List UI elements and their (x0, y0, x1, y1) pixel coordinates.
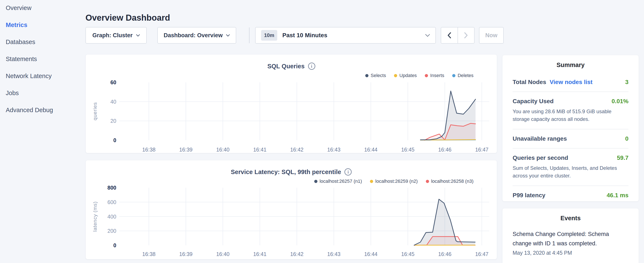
x-tick-label: 16:43 (327, 147, 340, 153)
sidebar-item[interactable]: Statements (6, 55, 53, 63)
page-title: Overview Dashboard (86, 12, 170, 24)
y-tick-label: 200 (107, 228, 116, 234)
x-tick-label: 16:45 (401, 147, 414, 153)
now-button[interactable]: Now (479, 27, 504, 44)
x-tick-label: 16:44 (364, 147, 378, 153)
controls-divider (249, 28, 250, 43)
y-tick-label: 600 (107, 199, 116, 205)
x-tick-label: 16:38 (142, 147, 156, 153)
x-tick-label: 16:46 (438, 147, 452, 153)
chevron-left-icon (448, 32, 451, 38)
summary-rows: Total Nodes View nodes list 3 Capacity U… (502, 69, 639, 205)
sidebar-item-label: Network Latency (6, 73, 52, 80)
summary-row-label: Unavailable ranges (512, 135, 567, 142)
time-step-buttons (441, 27, 474, 44)
x-tick-label: 16:43 (327, 251, 340, 257)
summary-row-label: P99 latency (512, 192, 545, 199)
chevron-down-icon (136, 34, 140, 37)
sidebar-item[interactable]: Network Latency (6, 72, 53, 80)
sidebar-item-label: Metrics (6, 22, 28, 29)
sidebar-item[interactable]: Advanced Debug (6, 106, 53, 114)
summary-row-link[interactable]: View nodes list (550, 79, 592, 86)
y-tick-label: 20 (110, 118, 116, 124)
time-range-badge: 10m (261, 30, 277, 41)
sidebar-item-label: Advanced Debug (6, 107, 53, 114)
event-item[interactable]: Schema Change Completed: Schema change w… (512, 228, 628, 258)
chevron-right-icon (464, 32, 468, 38)
dashboard-dropdown[interactable]: Dashboard: Overview (157, 27, 236, 44)
sidebar-item-label: Databases (6, 39, 35, 46)
sql-queries-chart[interactable]: 16:3816:3916:4016:4116:4216:4316:4416:45… (86, 55, 497, 153)
x-tick-label: 16:42 (290, 251, 304, 257)
summary-row: Capacity Used 0.01% You are using 28.6 M… (512, 92, 628, 129)
time-range-label: Past 10 Minutes (282, 32, 425, 39)
x-tick-label: 16:39 (179, 251, 193, 257)
summary-title: Summary (502, 55, 639, 69)
y-tick-label: 400 (107, 214, 116, 220)
summary-panel: Summary Total Nodes View nodes list 3 Ca… (502, 55, 639, 201)
sidebar-item-label: Jobs (6, 90, 19, 97)
x-tick-label: 16:47 (475, 251, 488, 257)
sidebar-item[interactable]: Overview (6, 4, 53, 12)
y-tick-label: 800 (107, 185, 116, 191)
sidebar-item[interactable]: Databases (6, 38, 53, 46)
y-axis-unit-label: queries (92, 102, 98, 120)
x-tick-label: 16:44 (364, 251, 378, 257)
x-tick-label: 16:47 (475, 147, 488, 153)
events-list: Schema Change Completed: Schema change w… (502, 222, 639, 258)
x-tick-label: 16:39 (179, 147, 193, 153)
x-tick-label: 16:41 (253, 251, 266, 257)
event-text: Schema Change Completed: Schema change w… (512, 229, 628, 248)
summary-row-value: 46.1 ms (606, 192, 628, 199)
event-timestamp: May 13, 2020 at 4:45 PM (512, 250, 628, 256)
x-tick-label: 16:46 (438, 251, 452, 257)
summary-row-label: Total Nodes (512, 79, 546, 86)
summary-row-value: 59.7 (617, 154, 629, 161)
graph-scope-dropdown[interactable]: Graph: Cluster (86, 27, 147, 44)
sidebar-item[interactable]: Jobs (6, 89, 53, 97)
sidebar: Overview Metrics Databases Statements Ne… (6, 4, 53, 114)
x-tick-label: 16:42 (290, 147, 304, 153)
dashboard-dropdown-label: Dashboard: Overview (164, 32, 223, 39)
next-time-button[interactable] (458, 28, 474, 43)
x-tick-label: 16:40 (216, 147, 230, 153)
events-title: Events (502, 208, 639, 222)
sidebar-item[interactable]: Metrics (6, 21, 53, 29)
sidebar-item-label: Overview (6, 5, 32, 12)
summary-row: P99 latency 46.1 ms (512, 186, 628, 205)
service-latency-chart[interactable]: 16:3816:3916:4016:4116:4216:4316:4416:45… (86, 160, 497, 259)
summary-row-label: Queries per second (512, 154, 568, 161)
x-tick-label: 16:45 (401, 251, 414, 257)
y-axis-unit-label: latency (ms) (92, 201, 98, 232)
prev-time-button[interactable] (441, 28, 458, 43)
summary-row-subtext: You are using 28.6 MiB of 515.9 GiB usab… (512, 108, 628, 123)
events-panel: Events Schema Change Completed: Schema c… (502, 208, 639, 263)
x-tick-label: 16:40 (216, 251, 230, 257)
chevron-down-icon (226, 34, 230, 37)
time-range-selector[interactable]: 10m Past 10 Minutes (255, 27, 436, 44)
sql-queries-chart-card: SQL Queries i Selects Updates Inserts De… (86, 54, 497, 153)
x-tick-label: 16:41 (253, 147, 266, 153)
y-tick-label: 60 (110, 79, 116, 85)
y-tick-label: 0 (113, 137, 116, 143)
y-tick-label: 40 (110, 99, 116, 105)
summary-row: Unavailable ranges 0 (512, 129, 628, 149)
graph-scope-label: Graph: Cluster (92, 32, 132, 39)
y-tick-label: 0 (113, 242, 116, 248)
summary-row: Queries per second 59.7 Sum of Selects, … (512, 149, 628, 186)
summary-row-value: 0.01% (612, 98, 628, 105)
summary-row-value: 3 (625, 79, 628, 86)
series-area (414, 199, 475, 245)
chevron-down-icon (425, 34, 430, 37)
x-tick-label: 16:38 (142, 251, 156, 257)
service-latency-chart-card: Service Latency: SQL, 99th percentile i … (86, 160, 497, 259)
summary-row-label: Capacity Used (512, 98, 554, 105)
summary-row: Total Nodes View nodes list 3 (512, 73, 628, 92)
summary-row-subtext: Sum of Selects, Updates, Inserts, and De… (512, 164, 628, 180)
controls-bar: Graph: Cluster Dashboard: Overview 10m P… (86, 27, 504, 44)
summary-row-value: 0 (625, 135, 628, 142)
sidebar-item-label: Statements (6, 56, 37, 63)
